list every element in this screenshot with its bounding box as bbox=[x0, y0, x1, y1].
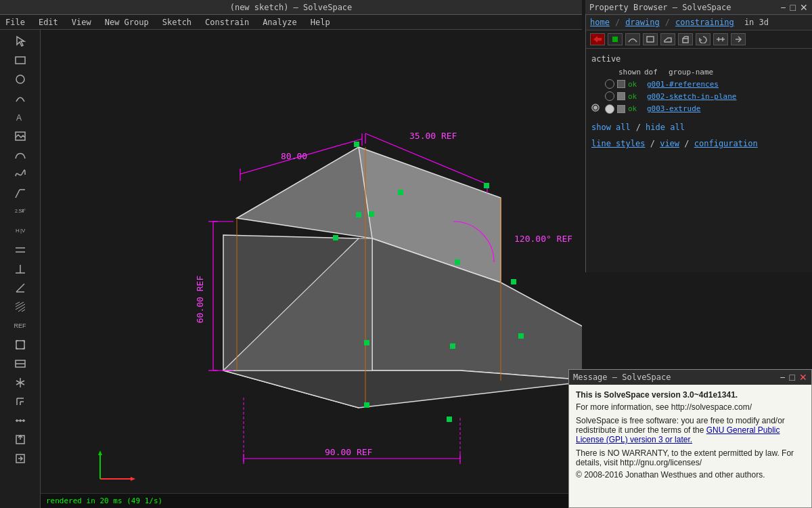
svg-rect-79 bbox=[354, 142, 359, 147]
menu-sketch[interactable]: Sketch bbox=[160, 16, 194, 28]
tab-constraining[interactable]: constraining bbox=[675, 18, 734, 27]
main-window-title: (new sketch) — SolveSpace bbox=[230, 3, 353, 12]
menu-edit[interactable]: Edit bbox=[36, 16, 61, 28]
menu-new-group[interactable]: New Group bbox=[102, 16, 152, 28]
render-status: rendered in 20 ms (49 1/s) bbox=[46, 496, 162, 505]
tool-rectangle[interactable] bbox=[3, 51, 37, 69]
prop-title-bar: Property Browser — SolveSpace − □ ✕ bbox=[585, 0, 812, 15]
ok-g002: ok bbox=[628, 92, 644, 101]
svg-rect-89 bbox=[518, 333, 524, 339]
msg-close[interactable]: ✕ bbox=[799, 372, 807, 383]
svg-point-105 bbox=[593, 106, 597, 110]
prop-maximize-button[interactable]: □ bbox=[790, 2, 796, 13]
tool-trim[interactable] bbox=[3, 184, 37, 202]
tool-parallel[interactable] bbox=[3, 241, 37, 259]
tool-angle[interactable] bbox=[3, 279, 37, 297]
svg-line-4 bbox=[16, 190, 20, 198]
checkbox-g001[interactable] bbox=[617, 80, 625, 88]
tool-select[interactable] bbox=[3, 33, 37, 50]
tab-drawing[interactable]: drawing bbox=[625, 18, 660, 27]
radio-g001[interactable] bbox=[605, 79, 614, 89]
svg-text:35.00 REF: 35.00 REF bbox=[409, 131, 457, 141]
tool-array[interactable] bbox=[3, 393, 37, 410]
tab-in3d[interactable]: in 3d bbox=[740, 18, 769, 27]
svg-rect-82 bbox=[484, 183, 489, 188]
prop-icon-back[interactable] bbox=[590, 33, 605, 45]
property-browser: home / drawing / constraining in 3d bbox=[585, 15, 812, 272]
tool-spline[interactable] bbox=[3, 165, 37, 183]
svg-rect-91 bbox=[447, 417, 452, 422]
prop-icon-link[interactable] bbox=[731, 33, 746, 45]
show-all-link[interactable]: show all bbox=[591, 123, 631, 132]
svg-text:90.00 REF: 90.00 REF bbox=[325, 447, 373, 457]
prop-icon-box2[interactable] bbox=[660, 33, 675, 45]
main-title-bar: (new sketch) — SolveSpace bbox=[0, 0, 582, 15]
tool-hatch[interactable] bbox=[3, 298, 37, 316]
prop-icon-box1[interactable] bbox=[643, 33, 658, 45]
prop-icon-green[interactable] bbox=[608, 33, 623, 45]
tool-text[interactable]: A bbox=[3, 108, 37, 126]
svg-text:7°: 7° bbox=[21, 209, 26, 213]
radio-g003[interactable] bbox=[605, 104, 614, 114]
tool-export[interactable] bbox=[3, 431, 37, 448]
message-dialog: Message — SolveSpace − □ ✕ This is Solve… bbox=[568, 369, 812, 508]
svg-rect-88 bbox=[450, 343, 455, 349]
svg-line-17 bbox=[16, 302, 24, 307]
group-name-g003[interactable]: g003-extrude bbox=[647, 104, 700, 113]
msg-maximize[interactable]: □ bbox=[790, 372, 795, 383]
sketch-canvas[interactable]: 35.00 REF 80.00 120.00° REF 60.00 REF 26… bbox=[41, 30, 582, 508]
checkbox-g003[interactable] bbox=[617, 105, 625, 113]
svg-text:60.00 REF: 60.00 REF bbox=[195, 276, 205, 324]
tool-horiz[interactable]: H |V bbox=[3, 222, 37, 240]
svg-line-14 bbox=[16, 284, 24, 292]
message-title: Message — SolveSpace bbox=[573, 373, 671, 382]
msg-warranty: There is NO WARRANTY, to the extent perm… bbox=[576, 448, 805, 467]
prop-icon-extrude[interactable] bbox=[678, 33, 693, 45]
tool-mirror[interactable] bbox=[3, 374, 37, 391]
radio-g002[interactable] bbox=[605, 91, 614, 101]
tool-circle[interactable] bbox=[3, 70, 37, 88]
tool-image[interactable] bbox=[3, 127, 37, 145]
tab-home[interactable]: home bbox=[590, 18, 610, 27]
msg-version: This is SolveSpace version 3.0~4d1e1341. bbox=[576, 390, 738, 400]
msg-minimize[interactable]: − bbox=[780, 372, 785, 383]
menu-analyze[interactable]: Analyze bbox=[260, 16, 300, 28]
menu-help[interactable]: Help bbox=[308, 16, 333, 28]
menu-bar: File Edit View New Group Sketch Constrai… bbox=[0, 15, 582, 30]
svg-marker-96 bbox=[98, 450, 102, 455]
menu-view[interactable]: View bbox=[69, 16, 94, 28]
view-link[interactable]: view bbox=[660, 139, 679, 148]
tool-perpendicular[interactable] bbox=[3, 260, 37, 278]
tool-arc[interactable] bbox=[3, 89, 37, 107]
line-styles-link[interactable]: line styles bbox=[591, 139, 645, 148]
svg-rect-84 bbox=[369, 211, 374, 217]
tool-ref[interactable]: REF bbox=[3, 317, 37, 335]
tool-zoom-fit[interactable] bbox=[3, 336, 37, 354]
menu-file[interactable]: File bbox=[3, 16, 28, 28]
tool-bezier[interactable] bbox=[3, 146, 37, 164]
svg-rect-100 bbox=[683, 39, 688, 43]
msg-info: For more information, see http://solvesp… bbox=[576, 402, 805, 412]
svg-text:|V: |V bbox=[20, 228, 26, 234]
tool-view[interactable] bbox=[3, 355, 37, 373]
prop-icon-revolve[interactable] bbox=[696, 33, 710, 45]
group-name-g001[interactable]: g001-#references bbox=[647, 80, 719, 89]
group-name-g002[interactable]: g002-sketch-in-plane bbox=[647, 92, 736, 101]
prop-row-2: ok g002-sketch-in-plane bbox=[591, 91, 807, 101]
prop-close-button[interactable]: ✕ bbox=[800, 2, 808, 13]
prop-links: line styles / view / configuration bbox=[591, 139, 807, 148]
checkbox-g002[interactable] bbox=[617, 92, 625, 100]
svg-rect-80 bbox=[356, 212, 361, 217]
ok-g001: ok bbox=[628, 80, 644, 89]
hide-all-link[interactable]: hide all bbox=[646, 123, 685, 132]
ok-g003: ok bbox=[628, 104, 644, 113]
prop-icon-curve[interactable] bbox=[625, 33, 640, 45]
axes-indicator bbox=[87, 448, 141, 489]
configuration-link[interactable]: configuration bbox=[694, 139, 758, 148]
tool-measure[interactable] bbox=[3, 412, 37, 429]
menu-constrain[interactable]: Constrain bbox=[202, 16, 252, 28]
tool-dimension[interactable]: 2.54 7° bbox=[3, 203, 37, 221]
prop-icon-step[interactable] bbox=[713, 33, 728, 45]
prop-minimize-button[interactable]: − bbox=[780, 2, 786, 13]
tool-import[interactable] bbox=[3, 450, 37, 467]
